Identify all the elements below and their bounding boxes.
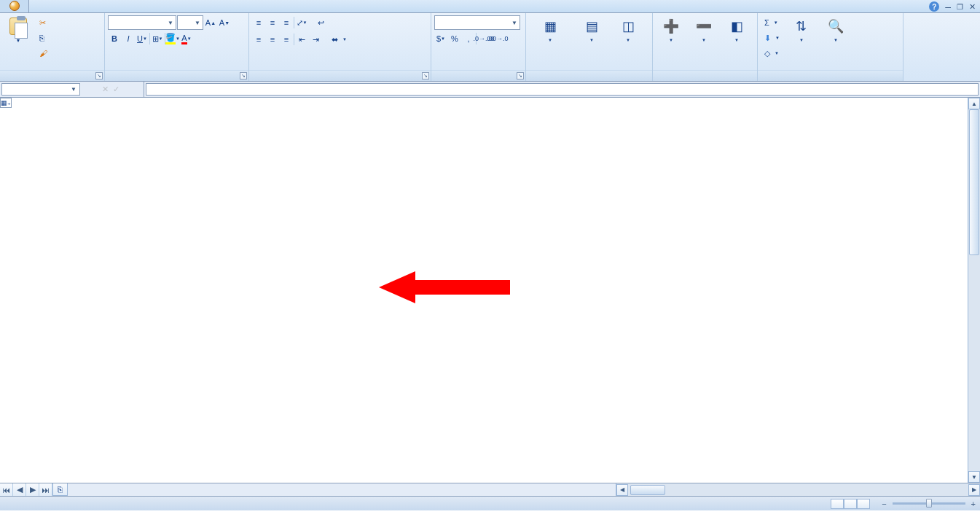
paste-icon [9,18,27,35]
percent-button[interactable]: % [448,32,461,45]
sort-icon: ⇅ [793,18,810,35]
align-right-button[interactable]: ≡ [280,33,293,46]
format-painter-button[interactable]: 🖌 [36,46,53,61]
align-bottom-button[interactable]: ≡ [280,16,293,29]
align-top-button[interactable]: ≡ [252,16,265,29]
normal-view-button[interactable] [831,499,844,509]
cell-styles-button[interactable]: ◫▼ [612,15,644,63]
next-sheet-button[interactable]: ▶ [26,483,39,496]
clear-button[interactable]: ◇▼ [761,46,783,61]
horizontal-scrollbar[interactable]: ◀ ▶ [616,483,980,496]
align-center-button[interactable]: ≡ [266,33,279,46]
conditional-icon: ▦ [541,18,559,35]
vertical-scrollbar[interactable]: ▲ ▼ [968,98,980,483]
decrease-decimal-button[interactable]: .00→.0 [491,32,504,45]
fill-icon: ⬇ [764,34,771,43]
help-icon[interactable]: ? [929,1,939,12]
find-select-button[interactable]: 🔍▼ [820,15,852,63]
scroll-thumb[interactable] [630,485,665,495]
font-size-select[interactable]: ▼ [177,15,203,30]
prev-sheet-button[interactable]: ◀ [13,483,26,496]
underline-button[interactable]: U▼ [136,32,149,45]
red-arrow-annotation [379,271,510,303]
scroll-left-button[interactable]: ◀ [616,484,628,496]
name-box[interactable]: ▼ [1,83,80,96]
merge-icon: ⬌ [332,35,338,44]
wrap-text-button[interactable]: ↩ [314,15,330,30]
currency-button[interactable]: $▼ [434,32,447,45]
status-bar: − + [0,496,980,510]
increase-indent-button[interactable]: ⇥ [309,33,322,46]
scroll-down-button[interactable]: ▼ [968,471,980,483]
format-table-button[interactable]: ▤▼ [573,15,610,63]
svg-marker-0 [379,271,510,303]
autosum-button[interactable]: Σ▼ [761,15,783,30]
number-format-select[interactable]: ▼ [434,15,520,30]
office-button[interactable] [0,0,29,12]
enter-icon[interactable]: ✓ [113,85,119,94]
decrease-indent-button[interactable]: ⇤ [295,33,308,46]
align-middle-button[interactable]: ≡ [266,16,279,29]
merge-center-button[interactable]: ⬌▼ [328,32,350,47]
zoom-in-button[interactable]: + [971,499,976,508]
dialog-launcher-icon[interactable]: ↘ [95,72,103,79]
dialog-launcher-icon[interactable]: ↘ [517,72,524,79]
border-button[interactable]: ⊞▼ [151,32,164,45]
ribbon-tabs: ? – ❐ ✕ [0,0,980,13]
cancel-icon[interactable]: ✕ [102,85,109,94]
worksheet-grid[interactable]: ▦₊ ▲ ▼ [0,98,980,483]
first-sheet-button[interactable]: ⏮ [0,483,13,496]
sort-filter-button[interactable]: ⇅▼ [785,15,818,63]
bold-button[interactable]: B [108,32,121,45]
format-icon: ◧ [728,18,745,35]
formula-bar: ▼ ✕ ✓ [0,82,980,98]
minimize-icon[interactable]: – [945,1,951,12]
insert-cells-button[interactable]: ➕▼ [656,15,686,63]
copy-icon: ⎘ [39,34,44,42]
dialog-launcher-icon[interactable]: ↘ [422,72,429,79]
table-icon: ▤ [583,18,600,35]
formula-input[interactable] [146,83,979,96]
orientation-button[interactable]: ⤢▼ [295,16,308,29]
scroll-up-button[interactable]: ▲ [968,98,980,109]
scissors-icon: ✂ [39,18,46,28]
sigma-icon: Σ [764,18,769,27]
delete-cells-button[interactable]: ➖▼ [689,15,719,63]
dialog-launcher-icon[interactable]: ↘ [240,72,247,79]
restore-icon[interactable]: ❐ [957,3,963,11]
fill-button[interactable]: ⬇▼ [761,31,783,45]
scroll-thumb[interactable] [969,109,979,255]
conditional-formatting-button[interactable]: ▦▼ [529,15,571,63]
font-name-select[interactable]: ▼ [108,15,176,30]
autofill-options-icon[interactable]: ▦₊ [0,98,12,108]
close-icon[interactable]: ✕ [969,2,976,12]
page-layout-view-button[interactable] [844,499,857,509]
last-sheet-button[interactable]: ⏭ [39,483,52,496]
shrink-font-button[interactable]: A▼ [218,16,231,29]
zoom-out-button[interactable]: − [882,499,886,508]
fill-color-button[interactable]: 🪣▼ [166,32,179,45]
styles-icon: ◫ [619,18,637,35]
find-icon: 🔍 [827,18,844,35]
wrap-icon: ↩ [318,18,324,28]
new-sheet-button[interactable]: ⎘ [52,483,68,496]
cut-button[interactable]: ✂ [36,15,53,30]
bucket-icon: 🪣 [165,33,176,44]
paste-button[interactable]: ▼ [3,15,34,63]
eraser-icon: ◇ [764,49,770,58]
page-break-view-button[interactable] [857,499,870,509]
font-color-button[interactable]: A▼ [180,32,193,45]
scroll-right-button[interactable]: ▶ [968,484,980,496]
align-left-button[interactable]: ≡ [252,33,265,46]
sheet-tab-bar: ⏮ ◀ ▶ ⏭ ⎘ ◀ ▶ [0,483,980,496]
delete-icon: ➖ [695,18,713,35]
copy-button[interactable]: ⎘ [36,31,53,45]
insert-icon: ➕ [662,18,680,35]
zoom-slider[interactable] [893,502,965,505]
brush-icon: 🖌 [39,49,47,58]
ribbon: ▼ ✂ ⎘ 🖌 ↘ ▼ ▼ A▲ A▼ B I U▼ ⊞▼ [0,13,980,82]
italic-button[interactable]: I [122,32,135,45]
grow-font-button[interactable]: A▲ [204,16,217,29]
format-cells-button[interactable]: ◧▼ [721,15,752,63]
